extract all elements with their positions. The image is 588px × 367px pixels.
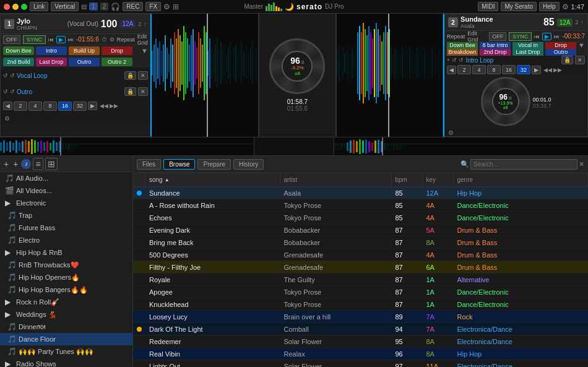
sidebar-item-trap[interactable]: 🎵 Trap [0,209,132,222]
deck1-loop-back[interactable]: ◀ [3,101,12,110]
sidebar-item-electronic[interactable]: ▶ Electronic [0,197,132,209]
deck2-ln-8[interactable]: 8 [487,65,501,74]
deck1-time-icon[interactable]: ⏱ [102,37,107,43]
deck2-ln-4[interactable]: 4 [472,65,486,74]
deck2-loop-icon[interactable]: ↺ [452,57,457,63]
tab-prepare[interactable]: Prepare [197,159,231,170]
tab-files[interactable]: Files [137,159,161,170]
th-bpm[interactable]: bpm [392,173,423,186]
deck2-ln-32[interactable]: 32 [517,65,530,74]
deck1-ln-8[interactable]: 8 [43,101,57,111]
deck1-arrow-down[interactable]: ▼ [141,47,148,54]
maximize-button[interactable] [21,4,27,10]
deck2-cue-7[interactable]: Last Drop [512,49,543,56]
sidebar-item-dance-floor[interactable]: 🎵 Dance Floor [0,333,132,345]
deck1-next-icon[interactable]: ⏭ [68,37,74,43]
rec-button[interactable]: REC [123,2,143,11]
th-artist[interactable]: artist [280,173,392,186]
deck2-arrow-down[interactable]: ▼ [578,42,585,49]
sidebar-item-rnb-throwbacks[interactable]: 🎵 RnB Throwbacks❤️ [0,259,132,271]
sidebar-item-future-bass[interactable]: 🎵 Future Bass [0,222,132,234]
th-song[interactable]: song ▲ [145,173,280,186]
deck2-loop-lock[interactable]: 🔒 [561,56,573,64]
deck2-loop-back[interactable]: ◀ [447,66,456,74]
grid-view-button[interactable]: ⊞ [45,158,58,170]
deck1-cue-4[interactable]: Drop [102,46,132,55]
deck1-play-button[interactable]: ▶ [56,36,66,43]
deck1-ln-2[interactable]: 2 [14,101,27,111]
table-row[interactable]: ApogeeTokyo Prose871ADance/Electronic [133,286,588,298]
deck2-platter[interactable]: 96 .8 +13.9% ±8 [481,77,530,126]
table-row[interactable]: Filthy - Filthy JoeGrenadesafe876ADrum &… [133,261,588,274]
deck1-cue-6[interactable]: Last Drop [36,58,67,66]
table-row[interactable]: Loosey LucyBrain over a hill897ARock [133,311,588,323]
deck1-settings-icon[interactable]: ⚙ [110,37,115,43]
deck1-platter[interactable]: 96 .8 -3.2% ±8 [269,38,325,94]
minimize-button[interactable] [12,4,19,10]
th-key[interactable]: key [423,173,454,186]
deck2-cue-3[interactable]: Vocal In [512,42,543,49]
deck1-loop-icon2[interactable]: ↺ [10,72,15,79]
table-row[interactable]: Dark Of The LightComball947AElectronica/… [133,323,588,335]
deck1-loop2-icon2[interactable]: ↺ [10,89,15,95]
deck1-loop-extra[interactable]: ◀◀ [100,103,108,109]
deck1-loop-extra2[interactable]: ▶▶ [110,103,118,109]
deck1-loop-lock[interactable]: 🔒 [124,71,136,80]
sidebar-item-party-tunes[interactable]: 🎵 🙌🙌 Party Tunes 🙌🙌 [0,345,132,358]
deck2-loop-extra2[interactable]: ▶▶ [553,67,562,73]
search-close-icon[interactable]: ✕ [579,160,584,168]
deck1-loop2-close[interactable]: ✕ [138,87,148,96]
table-row[interactable]: KnuckleheadTokyo Prose871ADance/Electron… [133,298,588,311]
table-row[interactable]: RoyaleThe Guilty871AAlternative [133,274,588,286]
deck1-cue-5[interactable]: 2nd Build [3,58,34,66]
sidebar-item-all-videos[interactable]: 🎬 All Videos... [0,184,132,197]
table-row[interactable]: 500 DegreesGrenadesafe874ADrum & Bass [133,249,588,261]
deck1-ln-4[interactable]: 4 [28,101,42,111]
deck1-ln-32[interactable]: 32 [73,101,87,111]
add-crate-button[interactable]: + [2,158,10,170]
midi-button[interactable]: MIDI [478,2,498,11]
deck2-sync-button[interactable]: SYNC [509,32,532,41]
deck2-cue-6[interactable]: 2nd Drop [480,49,511,56]
itunes-icon[interactable]: ♪ [21,159,31,169]
tab-history[interactable]: History [233,159,264,170]
table-row[interactable]: A - Rose without RainTokyo Prose854ADanc… [133,199,588,212]
gear-icon[interactable]: ⚙ [562,2,569,11]
deck1-loop-fwd[interactable]: ▶ [88,101,97,110]
table-row[interactable]: Bring me BackBobabacker878ADrum & Bass [133,236,588,249]
vertical-button[interactable]: Vertical [51,2,79,11]
deck2-next-icon[interactable]: ⏭ [554,33,560,40]
search-input[interactable] [470,159,577,170]
table-row[interactable]: EchoesTokyo Prose854ADance/Electronic [133,212,588,224]
tab-browse[interactable]: Browse [163,159,195,170]
deck2-off-button[interactable]: OFF [489,32,506,41]
deck1-loop-close[interactable]: ✕ [138,71,148,80]
table-row[interactable]: RedeemerSolar Flower958AElectronica/Danc… [133,335,588,348]
table-row[interactable]: Lights OutSolar Flower9711AElectronica/D… [133,360,588,367]
add-folder-button[interactable]: + [12,158,19,170]
fx-button[interactable]: FX [145,2,161,11]
deck1-loop-icon[interactable]: ↺ [3,72,8,79]
deck1-cue-3[interactable]: Build Up [69,46,100,55]
deck2-ln-16[interactable]: 16 [502,65,516,74]
deck1-settings-btn[interactable]: ⚙ [4,115,10,122]
table-row[interactable]: SundanceAsala8512AHip Hop [133,187,588,199]
table-row[interactable]: Evening DarkBobabacker875ADrum & Bass [133,224,588,236]
link-button[interactable]: Link [30,2,48,11]
deck1-cue-1[interactable]: Down Bee [3,46,34,55]
deck1-ln-16[interactable]: 16 [58,101,72,111]
deck1-cue-8[interactable]: Outro 2 [102,58,132,66]
deck1-prev-icon[interactable]: ⏮ [48,37,54,43]
sidebar-item-hiphop-bangers[interactable]: 🎵 Hip Hop Bangers🔥🔥 [0,283,132,296]
deck1-loop2-icon[interactable]: ↺ [3,89,8,95]
close-button[interactable] [4,4,10,10]
sidebar-item-hiphop[interactable]: ▶ Hip Hop & RnB [0,246,132,259]
deck2-prev-icon[interactable]: ⏮ [534,33,540,40]
deck2-cue-1[interactable]: Down Bee [447,42,478,49]
deck2-play-button[interactable]: ▶ [542,33,551,40]
sidebar-item-rock[interactable]: ▶ Rock n Roll🎸 [0,296,132,308]
deck1-loop2-lock[interactable]: 🔒 [124,87,136,96]
sidebar-item-weddings[interactable]: ▶ Weddings 💃 [0,308,132,321]
table-row[interactable]: Real VibinRealax968AHip Hop [133,348,588,360]
deck2-cue-2[interactable]: 8 bar Intro [480,42,511,49]
